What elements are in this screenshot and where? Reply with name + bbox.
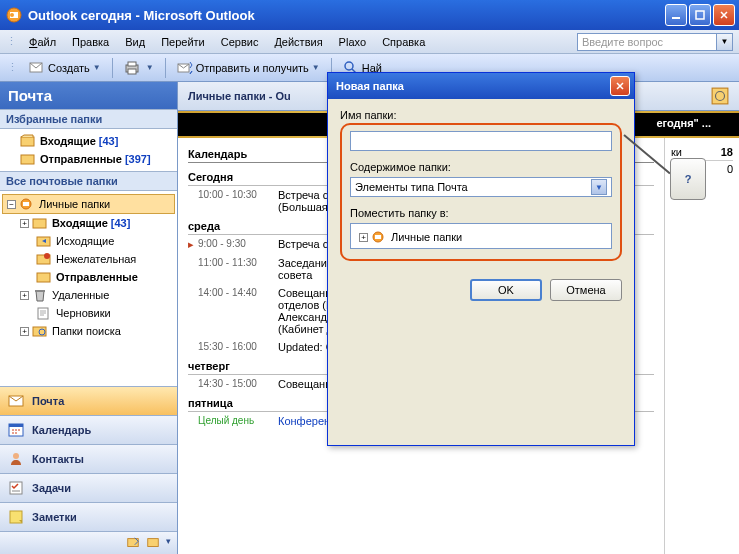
dialog-close-button[interactable] [610,76,630,96]
menu-actions[interactable]: Действия [266,34,330,50]
print-button[interactable]: ▼ [117,57,161,79]
menu-goto[interactable]: Перейти [153,34,213,50]
svg-point-26 [13,453,19,459]
folder-name-input[interactable] [350,131,612,151]
svg-rect-6 [128,62,136,66]
tree-drafts[interactable]: Черновики [2,304,175,322]
contacts-icon [8,451,24,467]
close-window-button[interactable] [713,4,735,26]
send-receive-icon [177,60,193,76]
folder-contents-label: Содержимое папки: [350,161,612,173]
new-mail-icon [29,60,45,76]
collapse-icon[interactable]: − [7,200,16,209]
summary-label: ки [671,146,682,158]
svg-rect-31 [712,88,728,104]
svg-rect-18 [37,273,50,282]
svg-rect-27 [10,482,22,494]
folder-list-icon[interactable] [146,536,160,550]
svg-rect-14 [33,219,46,228]
tree-deleted[interactable]: + Удаленные [2,286,175,304]
navigation-pane: Почта Избранные папки Входящие [43] Отпр… [0,82,178,554]
menu-edit[interactable]: Правка [64,34,117,50]
menu-help[interactable]: Справка [374,34,433,50]
tree-outbox[interactable]: Исходящие [2,232,175,250]
navbtn-notes[interactable]: Заметки [0,502,177,531]
navbtn-mail[interactable]: Почта [0,386,177,415]
nav-mini-buttons: ▾ [0,531,177,554]
summary-column: ки 18 0 [665,138,739,554]
cancel-button[interactable]: Отмена [550,279,622,301]
toolbar-grip-icon: ⋮ [7,61,18,74]
menu-grip-icon: ⋮ [6,35,17,48]
customize-icon[interactable] [711,87,729,105]
nav-buttons: Почта Календарь Контакты Задачи Заметки [0,386,177,554]
window-titlebar: Outlook сегодня - Microsoft Outlook [0,0,739,30]
svg-point-9 [345,62,353,70]
sent-icon [20,152,36,166]
expand-icon[interactable]: + [20,327,29,336]
configure-buttons-icon[interactable]: ▾ [166,536,171,550]
navbtn-contacts[interactable]: Контакты [0,444,177,473]
svg-rect-34 [375,235,381,239]
mail-icon [8,393,24,409]
svg-rect-30 [148,539,159,547]
expand-icon[interactable]: + [20,219,29,228]
expand-icon[interactable]: + [359,233,368,242]
tree-search-folders[interactable]: + Папки поиска [2,322,175,340]
dropdown-arrow-icon: ▼ [591,179,607,195]
folder-location-tree[interactable]: + Личные папки [350,223,612,249]
folder-contents-select[interactable]: Элементы типа Почта ▼ [350,177,612,197]
all-folders-section-header[interactable]: Все почтовые папки [0,171,177,191]
tasks-icon [8,480,24,496]
new-button[interactable]: Создать▼ [22,57,108,79]
help-callout-button[interactable]: ? [670,158,706,200]
menu-service[interactable]: Сервис [213,34,267,50]
svg-rect-7 [128,69,136,74]
menu-plaxo[interactable]: Plaxo [331,34,375,50]
tree-inbox[interactable]: + Входящие [43] [2,214,175,232]
svg-rect-13 [23,202,29,206]
close-icon [615,81,625,91]
folder-icon [32,216,48,230]
new-folder-dialog: Новая папка Имя папки: Содержимое папки:… [327,72,635,446]
favorites-section-header[interactable]: Избранные папки [0,109,177,129]
menu-view[interactable]: Вид [117,34,153,50]
drafts-icon [36,306,52,320]
dialog-buttons: OK Отмена [328,271,634,309]
svg-rect-28 [10,511,22,523]
tree-junk[interactable]: Нежелательная [2,250,175,268]
trash-icon [32,288,48,302]
nav-header: Почта [0,82,177,109]
window-title: Outlook сегодня - Microsoft Outlook [28,8,663,23]
dialog-titlebar: Новая папка [328,73,634,99]
favorites-list: Входящие [43] Отправленные [397] [0,129,177,171]
shortcut-icon[interactable] [126,536,140,550]
dialog-body: Имя папки: Содержимое папки: Элементы ти… [328,99,634,271]
summary-count: 18 [721,146,733,158]
help-search-input[interactable]: Введите вопрос [577,33,717,51]
tree-sent[interactable]: Отправленные [2,268,175,286]
minimize-button[interactable] [665,4,687,26]
outbox-icon [36,234,52,248]
send-receive-button[interactable]: Отправить и получить▼ [170,57,327,79]
navbtn-calendar[interactable]: Календарь [0,415,177,444]
folder-name-label: Имя папки: [340,109,622,121]
outlook-icon [6,7,22,23]
calendar-icon [8,422,24,438]
print-icon [124,60,140,76]
menu-file[interactable]: Файл [21,34,64,50]
tree-root-personal[interactable]: − Личные папки [2,194,175,214]
svg-rect-10 [21,137,34,146]
fav-sent[interactable]: Отправленные [397] [2,150,175,168]
svg-point-1 [10,13,14,17]
fav-inbox[interactable]: Входящие [43] [2,132,175,150]
maximize-button[interactable] [689,4,711,26]
ok-button[interactable]: OK [470,279,542,301]
personal-folders-icon [371,230,387,244]
folder-icon [36,270,52,284]
tree-root-item[interactable]: + Личные папки [355,228,607,246]
help-search-dropdown[interactable]: ▼ [717,33,733,51]
navbtn-tasks[interactable]: Задачи [0,473,177,502]
svg-rect-19 [35,290,45,292]
expand-icon[interactable]: + [20,291,29,300]
